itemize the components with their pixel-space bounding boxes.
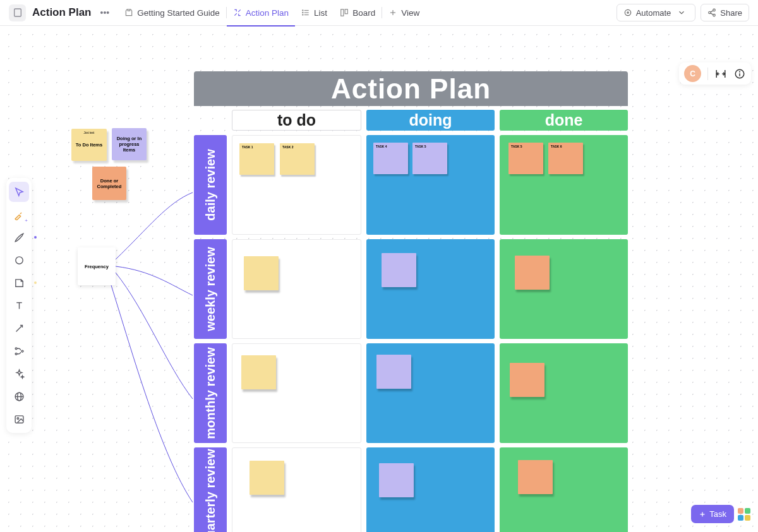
cell-monthly-done[interactable] xyxy=(500,343,628,443)
svg-point-6 xyxy=(303,15,303,15)
top-bar: Action Plan ••• Getting Started Guide Ac… xyxy=(0,0,758,26)
svg-point-29 xyxy=(15,347,17,349)
task-card[interactable]: TASK 4 xyxy=(373,143,408,174)
task-card[interactable] xyxy=(382,253,416,287)
row-weekly: weekly review xyxy=(194,239,628,339)
task-card[interactable] xyxy=(515,256,550,290)
doc-icon[interactable] xyxy=(9,4,26,21)
row-label-daily: daily review xyxy=(194,135,227,235)
col-header-doing: doing xyxy=(366,110,495,131)
ai-tool[interactable]: + xyxy=(9,204,29,225)
legend-todo-sticky[interactable]: Just text To Do Items xyxy=(71,129,107,161)
tool-palette: + xyxy=(6,178,32,433)
just-text-label: Just text xyxy=(84,131,95,134)
pen-tool[interactable] xyxy=(9,227,29,247)
task-card[interactable] xyxy=(244,256,279,290)
magic-tool[interactable] xyxy=(9,364,29,384)
tab-list[interactable]: List xyxy=(295,0,334,26)
apps-grid-button[interactable] xyxy=(738,508,750,521)
svg-point-14 xyxy=(709,11,711,14)
tab-label: Action Plan xyxy=(246,8,289,18)
fit-width-icon[interactable] xyxy=(714,68,727,80)
svg-point-25 xyxy=(15,256,22,263)
tab-board[interactable]: Board xyxy=(334,0,382,26)
text-tool[interactable] xyxy=(9,295,29,316)
legend-doing-sticky[interactable]: Doing or In progress Items xyxy=(112,128,147,160)
task-card[interactable] xyxy=(250,461,284,495)
more-menu-icon[interactable]: ••• xyxy=(98,8,112,18)
btn-label: Task xyxy=(709,509,726,519)
row-label-weekly: weekly review xyxy=(194,239,227,339)
whiteboard-canvas[interactable]: C + Just text To Do Items Doing or In pr… xyxy=(0,26,758,532)
view-tabs: Getting Started Guide Action Plan List B… xyxy=(118,0,426,26)
cell-weekly-done[interactable] xyxy=(500,239,628,339)
cell-weekly-doing[interactable] xyxy=(366,239,495,339)
tab-add-view[interactable]: View xyxy=(382,0,426,26)
right-controls: Automate Share xyxy=(617,4,749,21)
task-card[interactable] xyxy=(379,463,414,497)
shape-tool[interactable] xyxy=(9,250,29,270)
task-card[interactable]: TASK 6 xyxy=(548,143,583,174)
sticky-text: Doing or In progress Items xyxy=(114,136,144,153)
svg-point-15 xyxy=(713,14,716,16)
task-card[interactable]: TASK 1 xyxy=(239,143,274,175)
svg-point-5 xyxy=(303,12,303,13)
svg-point-4 xyxy=(303,10,303,11)
tab-getting-started[interactable]: Getting Started Guide xyxy=(118,0,226,26)
column-headers: to do doing done xyxy=(194,110,628,131)
cell-weekly-todo[interactable] xyxy=(232,239,361,339)
cell-quarterly-done[interactable] xyxy=(500,447,628,532)
doc-title: Action Plan xyxy=(32,6,92,19)
cell-quarterly-todo[interactable] xyxy=(232,447,361,532)
tab-label: Board xyxy=(352,8,375,18)
svg-point-30 xyxy=(15,353,17,355)
cell-daily-todo[interactable]: TASK 1 TASK 2 xyxy=(232,135,361,235)
task-card[interactable] xyxy=(241,355,276,389)
board-title: Action Plan xyxy=(331,73,491,105)
task-card[interactable]: TASK 2 xyxy=(280,143,315,175)
automate-button[interactable]: Automate xyxy=(617,4,696,21)
row-quarterly: quarterly review xyxy=(194,447,628,532)
action-plan-board[interactable]: Action Plan to do doing done daily revie… xyxy=(194,71,628,532)
task-card[interactable] xyxy=(376,355,411,389)
legend-done-sticky[interactable]: Done or Completed xyxy=(92,167,126,200)
col-header-todo: to do xyxy=(232,110,361,131)
share-button[interactable]: Share xyxy=(701,4,749,21)
row-daily: daily review TASK 1 TASK 2 TASK 4 TASK 5… xyxy=(194,135,628,235)
cell-daily-doing[interactable]: TASK 4 TASK 5 xyxy=(366,135,495,235)
task-card[interactable] xyxy=(518,460,553,494)
tab-action-plan[interactable]: Action Plan xyxy=(227,0,295,26)
tab-label: Getting Started Guide xyxy=(137,8,220,18)
mindmap-tool[interactable] xyxy=(9,341,29,361)
tab-label: List xyxy=(314,8,327,18)
svg-point-13 xyxy=(713,9,716,11)
btn-label: Share xyxy=(720,8,742,18)
svg-rect-8 xyxy=(345,9,347,14)
cell-quarterly-doing[interactable] xyxy=(366,447,495,532)
row-monthly: monthly review xyxy=(194,343,628,443)
avatar[interactable]: C xyxy=(684,65,701,82)
task-card[interactable]: TASK 5 xyxy=(508,143,543,174)
select-tool[interactable] xyxy=(9,182,29,202)
sticky-text: Done or Completed xyxy=(95,178,124,189)
connector-tool[interactable] xyxy=(9,318,29,338)
sticky-text: Frequency xyxy=(85,264,109,269)
legend-frequency-sticky[interactable]: Frequency xyxy=(78,247,116,285)
image-tool[interactable] xyxy=(9,409,29,429)
row-label-monthly: monthly review xyxy=(194,343,227,443)
svg-point-31 xyxy=(21,350,23,352)
add-task-button[interactable]: Task xyxy=(691,505,734,523)
cell-daily-done[interactable]: TASK 5 TASK 6 xyxy=(500,135,628,235)
sticky-tool[interactable] xyxy=(9,273,29,293)
collaborators-panel: C xyxy=(679,62,751,85)
cell-monthly-todo[interactable] xyxy=(232,343,361,443)
web-tool[interactable] xyxy=(9,386,29,406)
task-card[interactable]: TASK 5 xyxy=(412,143,447,174)
row-label-quarterly: quarterly review xyxy=(194,447,227,532)
btn-label: Automate xyxy=(636,8,671,18)
info-icon[interactable] xyxy=(733,68,746,80)
board-title-bar: Action Plan xyxy=(194,71,628,106)
cell-monthly-doing[interactable] xyxy=(366,343,495,443)
svg-line-16 xyxy=(711,11,713,12)
task-card[interactable] xyxy=(510,363,544,397)
